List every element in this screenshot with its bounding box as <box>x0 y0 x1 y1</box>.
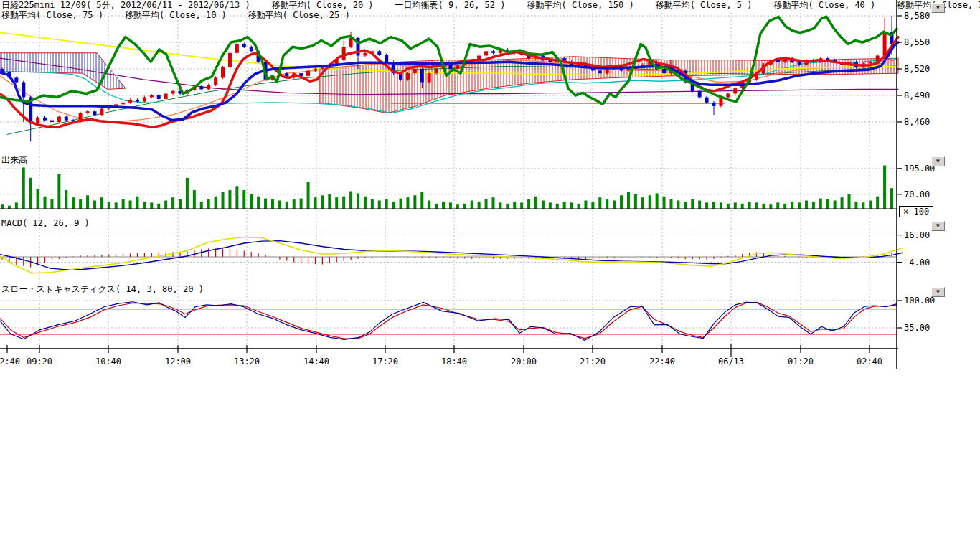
time-axis-label: 06/13 <box>718 357 744 367</box>
pane-scroll-down-button[interactable]: ▼ <box>931 156 945 166</box>
time-axis-label: 12:00 <box>165 357 191 367</box>
axis-tick-label: 16.00 <box>904 230 930 240</box>
legend-item: 移動平均( Close, 10 ) <box>125 11 227 20</box>
time-axis-label: 22:40 <box>649 357 675 367</box>
time-axis-label: 21:20 <box>580 357 606 367</box>
axis-tick-label: -4.00 <box>904 258 930 268</box>
axis-tick-label: 8,520 <box>904 64 930 74</box>
chart-canvas[interactable]: 8,5808,5508,5208,4908,460195.0070.0016.0… <box>0 0 980 551</box>
legend-item: 移動平均( Close, 150 ) <box>527 1 634 10</box>
stochastics-panel <box>0 302 897 341</box>
legend-item: 一目均衡表( 9, 26, 52 ) <box>395 1 506 10</box>
pane-scroll-down-button[interactable]: ▼ <box>931 3 945 13</box>
axis-tick-label: 8,550 <box>904 37 930 47</box>
charting-app-window: { "ui": { "legend": { "line1": [ "日経225m… <box>0 0 980 551</box>
axis-tick-label: 195.00 <box>904 164 935 174</box>
time-axis-label: 02:40 <box>857 357 882 367</box>
stochastics-panel-label: スロー・ストキャスティクス( 14, 3, 80, 20 ) <box>1 285 204 294</box>
volume-panel-label: 出来高 <box>1 156 27 165</box>
legend-item: 移動平均( Close, 25 ) <box>248 11 350 20</box>
legend-item: 日経225mini 12/09( 5分, 2012/06/11 - 2012/0… <box>1 1 250 10</box>
axis-tick-label: 8,580 <box>904 11 930 21</box>
chart-legend-line1: 日経225mini 12/09( 5分, 2012/06/11 - 2012/0… <box>1 1 980 10</box>
pane-scroll-down-button[interactable]: ▼ <box>931 287 945 297</box>
chart-legend-line2: 移動平均( Close, 75 )移動平均( Close, 10 )移動平均( … <box>1 11 372 20</box>
legend-item: 移動平均( Close, 20 ) <box>272 1 374 10</box>
axis-tick-label: 70.00 <box>904 189 930 199</box>
axis-tick-label: 35.00 <box>904 323 930 333</box>
axis-tick-label: 8,460 <box>904 117 930 127</box>
time-axis-label: 02:40 <box>0 357 20 367</box>
time-axis-label: 17:20 <box>372 357 398 367</box>
legend-item: 移動平均( Close, 40 ) <box>773 1 875 10</box>
time-axis-label: 14:40 <box>303 357 329 367</box>
volume-multiplier-badge: × 100 <box>899 206 933 217</box>
time-axis-label: 13:20 <box>234 357 260 367</box>
axis-tick-label: 8,490 <box>904 90 930 100</box>
axis-tick-label: 100.00 <box>904 296 935 306</box>
macd-panel-label: MACD( 12, 26, 9 ) <box>1 219 90 228</box>
time-axis-label: 20:00 <box>511 357 537 367</box>
legend-item: 移動平均( Close, 75 ) <box>1 11 103 20</box>
time-axis-label: 09:20 <box>27 357 52 367</box>
legend-item: 移動平均( Close, 5 ) <box>656 1 753 10</box>
pane-scroll-down-button[interactable]: ▼ <box>931 221 945 231</box>
macd-panel <box>0 237 903 273</box>
volume-bars <box>0 166 897 209</box>
time-axis-label: 18:40 <box>441 357 467 367</box>
time-axis-label: 01:20 <box>788 357 814 367</box>
time-axis-label: 10:40 <box>95 357 121 367</box>
